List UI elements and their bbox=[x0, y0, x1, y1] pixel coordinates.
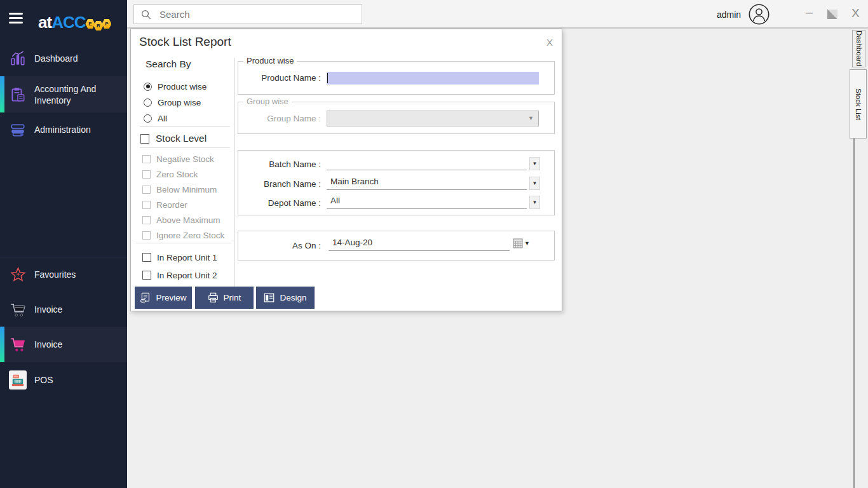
radio-product-wise[interactable]: Product wise bbox=[144, 79, 207, 93]
checkbox-above-maximum: Above Maximum bbox=[142, 213, 220, 227]
calendar-picker-button[interactable]: ▼ bbox=[513, 238, 530, 248]
chevron-down-icon: ▼ bbox=[532, 200, 538, 205]
sidebar-item-pos[interactable]: POS bbox=[0, 362, 127, 398]
radio-button-icon[interactable] bbox=[144, 98, 152, 107]
search-icon bbox=[140, 9, 152, 20]
window-close-button[interactable]: X bbox=[851, 6, 860, 20]
sidebar-item-label: Dashboard bbox=[34, 53, 114, 64]
as-on-date-input[interactable]: 14-Aug-20 bbox=[329, 238, 510, 251]
branch-name-label: Branch Name : bbox=[238, 179, 321, 189]
sidebar-item-label: Favourites bbox=[34, 269, 114, 280]
text-caret bbox=[327, 73, 328, 83]
dialog-close-button[interactable]: X bbox=[546, 37, 553, 48]
sidebar-item-label: Accounting And Inventory bbox=[34, 83, 114, 106]
group-name-label: Group Name : bbox=[238, 114, 321, 123]
group-name-dropdown: ▼ bbox=[327, 111, 539, 126]
selected-accent-bar bbox=[0, 76, 4, 112]
design-button[interactable]: Design bbox=[256, 287, 315, 309]
hamburger-menu-icon[interactable] bbox=[9, 13, 24, 27]
topbar: admin – X bbox=[127, 0, 868, 29]
as-on-box: As On : 14-Aug-20 ▼ bbox=[238, 231, 555, 261]
calendar-icon bbox=[513, 238, 523, 248]
depot-name-label: Depot Name : bbox=[238, 198, 321, 208]
sidebar-item-label: Administration bbox=[34, 124, 114, 135]
search-input[interactable] bbox=[152, 9, 362, 20]
product-wise-fieldset: Product wise Product Name : bbox=[238, 61, 555, 95]
checkbox-icon bbox=[142, 231, 151, 240]
checkbox-ignore-zero-stock: Ignore Zero Stock bbox=[142, 228, 224, 242]
sidebar-item-invoice[interactable]: Invoice bbox=[0, 292, 127, 327]
search-box[interactable] bbox=[133, 4, 362, 24]
checkbox-icon[interactable] bbox=[140, 134, 149, 144]
maximize-button[interactable] bbox=[827, 10, 837, 19]
sidebar: atACCERP Dashboard Accounting And Invent… bbox=[0, 0, 127, 488]
sidebar-item-administration[interactable]: Administration bbox=[0, 114, 127, 146]
sidebar-item-accounting-and-inventory[interactable]: Accounting And Inventory bbox=[0, 76, 127, 112]
radio-button-icon[interactable] bbox=[144, 83, 152, 91]
group-wise-fieldset: Group wise Group Name : ▼ bbox=[238, 102, 555, 134]
fieldset-legend: Group wise bbox=[243, 97, 292, 106]
radio-button-icon[interactable] bbox=[144, 114, 152, 123]
branch-dropdown-button[interactable]: ▼ bbox=[529, 177, 540, 190]
batch-dropdown-button[interactable]: ▼ bbox=[529, 157, 540, 170]
preview-icon bbox=[140, 292, 151, 303]
checkbox-zero-stock: Zero Stock bbox=[142, 167, 198, 181]
batch-name-input[interactable] bbox=[327, 157, 527, 170]
stock-level-checkbox[interactable]: Stock Level bbox=[140, 131, 207, 146]
checkbox-icon[interactable] bbox=[142, 253, 151, 262]
logo-text-at: at bbox=[38, 13, 51, 32]
sidebar-item-invoice-selected[interactable]: Invoice bbox=[0, 327, 127, 362]
checkbox-icon[interactable] bbox=[142, 271, 151, 280]
chevron-down-icon: ▼ bbox=[528, 115, 534, 121]
selected-accent-bar bbox=[0, 327, 4, 362]
accounting-clipboard-icon bbox=[9, 86, 27, 103]
divider bbox=[140, 126, 230, 127]
dock-tab-dashboard[interactable]: Dashboard bbox=[852, 30, 865, 67]
checkbox-icon bbox=[142, 155, 151, 163]
divider bbox=[140, 147, 230, 148]
dialog-title: Stock List Report bbox=[139, 35, 231, 49]
as-on-label: As On : bbox=[238, 241, 321, 250]
search-by-heading: Search By bbox=[146, 58, 191, 70]
chevron-down-icon: ▼ bbox=[524, 240, 530, 247]
checkbox-in-report-unit-2[interactable]: In Report Unit 2 bbox=[142, 268, 217, 282]
depot-dropdown-button[interactable]: ▼ bbox=[529, 196, 540, 209]
user-avatar-icon[interactable] bbox=[749, 4, 770, 25]
pos-register-icon bbox=[9, 370, 27, 390]
checkbox-in-report-unit-1[interactable]: In Report Unit 1 bbox=[142, 250, 217, 264]
radio-group-wise[interactable]: Group wise bbox=[144, 95, 201, 109]
logo-erp-badge: ERP bbox=[86, 10, 111, 30]
checkbox-below-minimum: Below Minimum bbox=[142, 182, 217, 196]
dashboard-chart-icon bbox=[9, 50, 27, 67]
fieldset-legend: Product wise bbox=[243, 56, 297, 65]
sidebar-item-favourites[interactable]: Favourites bbox=[0, 257, 127, 292]
sidebar-item-dashboard[interactable]: Dashboard bbox=[0, 42, 127, 75]
print-button[interactable]: Print bbox=[195, 287, 254, 309]
dock-tab-stock-list[interactable]: Stock List bbox=[850, 69, 867, 139]
stock-list-report-dialog: Stock List Report X Search By Product wi… bbox=[130, 29, 562, 311]
location-filters-box: Batch Name : ▼ Branch Name : Main Branch… bbox=[238, 150, 555, 215]
depot-name-input[interactable]: All bbox=[327, 196, 527, 209]
administration-server-icon bbox=[9, 121, 27, 138]
branch-name-input[interactable]: Main Branch bbox=[327, 177, 527, 190]
chevron-down-icon: ▼ bbox=[532, 161, 538, 166]
invoice-cart-pink-icon bbox=[9, 335, 27, 354]
dock-splitter[interactable] bbox=[853, 139, 855, 488]
invoice-cart-dark-icon bbox=[9, 301, 27, 318]
print-icon bbox=[208, 292, 219, 303]
sidebar-item-label: Invoice bbox=[34, 339, 114, 350]
checkbox-icon bbox=[142, 170, 151, 179]
username-label: admin bbox=[717, 10, 741, 20]
checkbox-negative-stock: Negative Stock bbox=[142, 152, 214, 166]
minimize-button[interactable]: – bbox=[806, 5, 813, 20]
radio-all[interactable]: All bbox=[144, 111, 167, 125]
checkbox-icon bbox=[142, 216, 151, 224]
divider bbox=[136, 243, 231, 243]
sidebar-item-label: POS bbox=[34, 374, 114, 386]
product-name-label: Product Name : bbox=[238, 73, 321, 83]
checkbox-reorder: Reorder bbox=[142, 198, 187, 212]
logo-text-acc: ACC bbox=[51, 13, 85, 32]
preview-button[interactable]: Preview bbox=[135, 287, 192, 309]
checkbox-icon bbox=[142, 201, 151, 209]
product-name-input[interactable] bbox=[327, 72, 539, 85]
